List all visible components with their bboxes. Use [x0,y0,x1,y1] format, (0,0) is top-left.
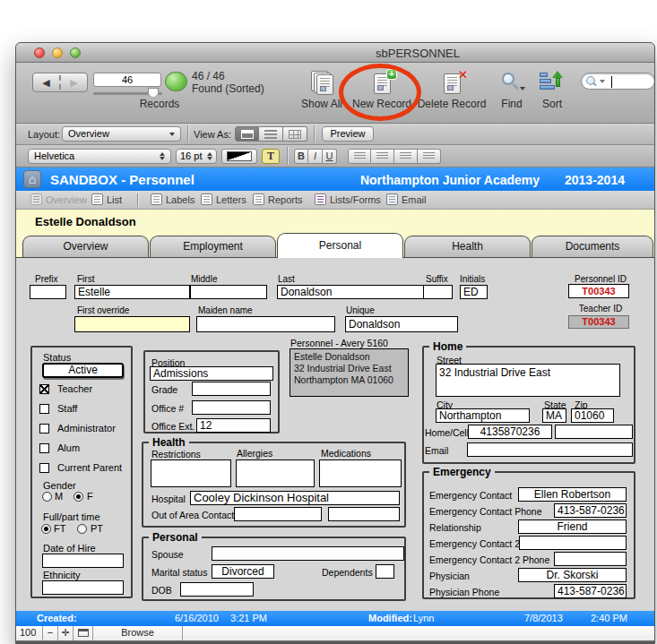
physician-label: Physician [429,571,470,581]
zoom-level[interactable]: 100 [16,626,43,640]
status-bar-filler [183,626,655,640]
emergency-section: Emergency Contact Ellen Robertson Emerge… [16,43,654,643]
physician-field[interactable]: Dr. Skorski [518,568,627,582]
zoom-out-button[interactable]: − [43,626,58,640]
emergency-contact-phone-field[interactable]: 413-587-0236 [554,503,627,518]
modified-time: 2:40 PM [591,613,627,623]
zoom-in-button[interactable]: ✛ [58,626,73,640]
emergency-contact-2-field[interactable] [519,536,627,550]
modified-label: Modified: [368,613,412,623]
created-date: 6/16/2010 [175,613,219,623]
new-record-highlight-annotation [339,64,421,121]
emergency-contact-2-phone-label: Emergency Contact 2 Phone [429,554,549,565]
window-status-bar: 100 − ✛ Browse [16,626,654,640]
created-time: 3:21 PM [230,613,267,623]
record-info-footer: Created: 6/16/2010 3:21 PM Modified: Lyn… [16,611,654,626]
modified-by: Lynn [413,613,434,623]
toggle-status-toolbar-button[interactable] [73,626,93,640]
emergency-contact-field[interactable]: Ellen Robertson [518,487,627,502]
relationship-field[interactable]: Friend [518,519,627,534]
physician-phone-label: Physician Phone [429,587,499,597]
emergency-contact-2-phone-field[interactable] [554,552,627,566]
relationship-label: Relationship [429,522,481,533]
emergency-contact-phone-label: Emergency Contact Phone [429,506,542,517]
created-label: Created: [37,613,77,623]
window-resize-bar [16,640,654,644]
emergency-contact-label: Emergency Contact [429,490,512,501]
filemaker-window: sbPERSONNEL ◀ ▶ 46 46 / 46 Found (Sorted… [15,42,655,644]
tab-personal[interactable]: Personal [277,233,403,258]
physician-phone-field[interactable]: 413-587-0236 [554,584,627,598]
modified-date: 7/8/2013 [524,613,563,623]
mode-popup[interactable]: Browse [93,626,183,640]
emergency-contact-2-label: Emergency Contact 2 [429,538,520,549]
